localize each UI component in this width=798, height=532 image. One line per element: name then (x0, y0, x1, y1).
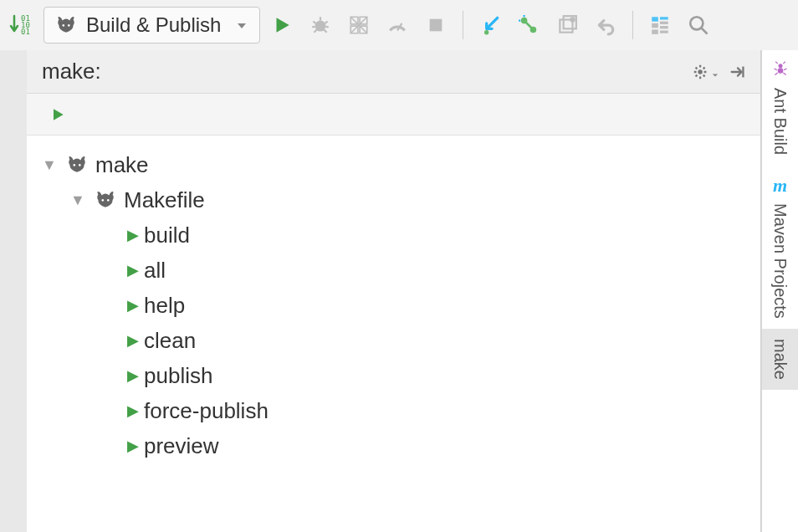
svg-point-21 (777, 68, 783, 74)
tab-label: make (770, 339, 790, 380)
tree-node-label: force-publish (144, 398, 269, 424)
tree-node-target[interactable]: ▶ publish (35, 358, 760, 393)
run-configuration-label: Build & Publish (86, 13, 221, 37)
svg-point-19 (698, 69, 703, 74)
toolbar-separator (632, 11, 633, 39)
right-tool-window-tabs: Ant Build m Maven Projects make (761, 50, 798, 532)
main-toolbar: 01 10 01 Build & Publish (0, 0, 798, 50)
gnu-icon (92, 189, 119, 211)
svg-rect-16 (660, 26, 668, 28)
vcs-update-button[interactable] (473, 8, 507, 42)
target-run-icon: ▶ (127, 331, 139, 350)
tab-label: Maven Projects (770, 203, 790, 319)
tree-node-label: clean (144, 328, 196, 354)
svg-rect-13 (652, 29, 659, 33)
make-tool-window: make: ▼ make (27, 50, 761, 532)
vcs-history-button (550, 8, 584, 42)
svg-rect-4 (430, 19, 442, 32)
target-run-icon: ▶ (127, 261, 139, 279)
tree-node-target[interactable]: ▶ all (35, 253, 760, 288)
target-run-icon: ▶ (127, 296, 139, 315)
project-structure-button[interactable] (643, 8, 677, 42)
debug-button (304, 8, 337, 42)
tree-node-root[interactable]: ▼ make (35, 147, 760, 182)
svg-text:01: 01 (21, 28, 30, 36)
chevron-down-icon (236, 13, 248, 37)
tree-node-label: preview (144, 433, 219, 459)
tree-node-target[interactable]: ▶ build (35, 217, 760, 253)
tab-maven-projects[interactable]: m Maven Projects (761, 165, 798, 329)
expand-toggle-icon[interactable]: ▼ (40, 156, 59, 174)
svg-rect-14 (660, 17, 668, 19)
tool-window-settings-button[interactable] (687, 58, 715, 86)
chevron-down-small-icon (712, 59, 719, 84)
run-button[interactable] (265, 8, 299, 42)
gnu-icon (53, 14, 79, 36)
tree-node-label: make (95, 152, 149, 178)
profile-button (381, 8, 414, 42)
tree-node-label: Makefile (124, 187, 205, 213)
tree-node-target[interactable]: ▶ clean (35, 323, 760, 358)
svg-point-10 (570, 17, 576, 23)
tab-ant-build[interactable]: Ant Build (761, 50, 798, 165)
left-gutter (0, 50, 27, 532)
target-run-icon: ▶ (127, 402, 139, 420)
svg-point-5 (484, 30, 489, 34)
tree-node-label: help (144, 293, 185, 319)
tool-window-title: make: (42, 59, 101, 84)
search-button[interactable] (682, 8, 715, 42)
ant-icon (772, 60, 789, 81)
target-run-icon: ▶ (127, 226, 139, 244)
tree-node-label: all (144, 258, 166, 284)
target-run-icon: ▶ (127, 366, 139, 385)
undo-button (589, 8, 622, 42)
tab-make[interactable]: make (761, 329, 798, 390)
tree-node-makefile[interactable]: ▼ Makefile (35, 182, 760, 217)
expand-toggle-icon[interactable]: ▼ (69, 192, 87, 209)
vcs-commit-button[interactable] (512, 8, 545, 42)
svg-point-20 (778, 64, 782, 68)
stop-button (419, 8, 453, 42)
target-run-icon: ▶ (127, 437, 139, 455)
toolbar-separator (463, 11, 463, 39)
gnu-icon (64, 154, 90, 176)
svg-rect-11 (652, 17, 659, 21)
tree-node-target[interactable]: ▶ preview (35, 428, 760, 463)
hide-tool-window-button[interactable] (724, 58, 752, 86)
run-target-button[interactable] (45, 102, 70, 127)
tab-label: Ant Build (770, 88, 790, 155)
tool-window-toolbar (27, 94, 760, 136)
coverage-button (342, 8, 376, 42)
svg-rect-12 (652, 23, 659, 28)
tool-window-header: make: (27, 50, 760, 94)
tree-node-label: publish (144, 363, 212, 389)
tree-node-target[interactable]: ▶ force-publish (35, 393, 760, 428)
targets-tree[interactable]: ▼ make ▼ Makefile ▶ build (27, 136, 760, 532)
run-configuration-selector[interactable]: Build & Publish (43, 7, 260, 43)
tree-node-label: build (144, 223, 190, 248)
maven-icon: m (773, 175, 787, 197)
install-binary-button[interactable]: 01 10 01 (5, 8, 38, 42)
svg-rect-17 (660, 31, 668, 33)
svg-rect-15 (660, 22, 668, 24)
tree-node-target[interactable]: ▶ help (35, 288, 760, 323)
